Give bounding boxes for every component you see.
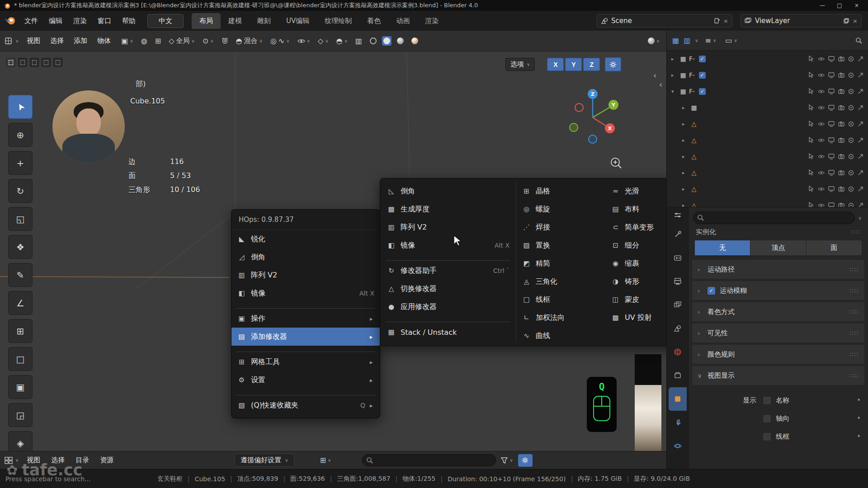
workspace-tab[interactable]: 纹理绘制 — [317, 13, 359, 29]
collapse-panel-icon[interactable]: ‹ — [653, 70, 656, 80]
outliner-row[interactable]: ▸ ▦ — [667, 99, 868, 116]
hops-menu-item[interactable]: ⊞ 网格工具 ▸ — [231, 353, 380, 371]
hide-eye-icon[interactable] — [818, 170, 825, 175]
holdout-icon[interactable] — [848, 72, 854, 78]
disable-viewport-icon[interactable] — [828, 186, 835, 192]
tool-button[interactable]: ✎ — [8, 263, 33, 287]
submenu-item[interactable]: ◬ 三角化 — [516, 272, 605, 291]
tool-button[interactable]: ⊞ — [8, 319, 33, 343]
property-section-header[interactable]: › 着色方式 ∷∷ — [692, 302, 864, 321]
close-button[interactable]: × — [849, 1, 864, 10]
select-mode-invert[interactable] — [42, 58, 51, 67]
tab-scene[interactable] — [669, 317, 687, 340]
tool-button[interactable]: ➤ — [8, 95, 33, 119]
property-section-header[interactable]: › 运动路径 ∷∷ — [692, 260, 864, 279]
select-mode-subtract[interactable] — [30, 58, 39, 67]
animate-dot-icon[interactable]: • — [857, 414, 861, 422]
asset-menu[interactable]: 资源 — [94, 454, 119, 466]
disable-render-camera-icon[interactable] — [838, 72, 844, 78]
matcap-dropdown[interactable]: ∨ — [646, 36, 662, 46]
workspace-tab[interactable]: 渲染 — [417, 13, 446, 29]
tab-viewlayer[interactable] — [669, 293, 687, 317]
submenu-item[interactable]: ▩ UV 投射 — [605, 309, 666, 327]
animate-dot-icon[interactable]: • — [857, 396, 861, 404]
holdout-icon[interactable] — [848, 154, 854, 160]
tool-button[interactable]: ⊕ — [8, 123, 33, 147]
submenu-item[interactable]: ◩ 精简 — [516, 254, 605, 272]
blender-menu-icon[interactable] — [5, 16, 16, 26]
submenu-item[interactable]: ≈ 光滑 — [605, 182, 666, 200]
disable-render-camera-icon[interactable] — [838, 105, 844, 110]
submenu-item[interactable]: ▦ Stack / Unstack — [381, 323, 515, 341]
disable-viewport-icon[interactable] — [828, 89, 835, 94]
disable-viewport-icon[interactable] — [828, 154, 835, 160]
option-checkbox[interactable] — [763, 396, 771, 405]
submenu-item[interactable]: ↻ 修改器助手 Ctrl ` — [381, 262, 515, 280]
holdout-icon[interactable] — [848, 121, 854, 127]
gizmos-dropdown[interactable]: ◇∨ — [316, 36, 331, 47]
collapse-panel-icon-2[interactable]: ‹ — [659, 80, 662, 89]
outliner-row[interactable]: ▸ △ — [667, 197, 868, 207]
menubar-menu[interactable]: 帮助 — [117, 14, 141, 28]
hops-menu-item[interactable] — [236, 390, 375, 395]
language-button[interactable]: 中文 — [147, 14, 184, 28]
search-icon[interactable] — [855, 37, 863, 44]
axis-constraint-button[interactable]: Y — [565, 58, 582, 71]
hide-eye-icon[interactable] — [818, 89, 825, 94]
disable-viewport-icon[interactable] — [828, 121, 835, 127]
hops-menu-item[interactable]: ◣ 锐化 — [231, 230, 380, 248]
selectable-icon[interactable] — [808, 121, 814, 127]
tool-button[interactable]: ◈ — [8, 431, 33, 451]
unlink-scene-icon[interactable]: × — [723, 18, 728, 24]
disable-viewport-icon[interactable] — [828, 202, 835, 207]
indirect-only-icon[interactable] — [858, 89, 863, 94]
indirect-only-icon[interactable] — [858, 72, 863, 78]
expand-caret-icon[interactable]: ▸ — [682, 105, 689, 111]
holdout-icon[interactable] — [848, 105, 854, 111]
hide-eye-icon[interactable] — [818, 73, 825, 78]
proportional-edit-button[interactable]: ◎∿∨ — [268, 36, 292, 47]
disable-viewport-icon[interactable] — [828, 56, 835, 62]
menubar-menu[interactable]: 编辑 — [43, 14, 68, 28]
drag-handle-icon[interactable]: ∷∷ — [849, 330, 859, 337]
chevron-down-icon[interactable]: ∨ — [695, 38, 698, 43]
asset-search-input[interactable] — [362, 454, 496, 466]
filter-dropdown[interactable]: ∨ — [499, 455, 515, 465]
tool-button[interactable]: ◱ — [8, 207, 33, 231]
property-section-header[interactable]: › 可见性 ∷∷ — [692, 324, 864, 343]
selectable-icon[interactable] — [808, 137, 814, 143]
hide-eye-icon[interactable] — [818, 138, 825, 143]
submenu-item[interactable]: ⊡ 细分 — [605, 236, 666, 254]
submenu-item[interactable]: △ 切换修改器 — [381, 280, 515, 298]
option-checkbox[interactable] — [763, 432, 771, 441]
expand-caret-icon[interactable]: ▸ — [682, 137, 689, 143]
indirect-only-icon[interactable] — [858, 121, 863, 127]
selectable-icon[interactable] — [808, 56, 814, 62]
indirect-only-icon[interactable] — [858, 137, 863, 143]
expand-caret-icon[interactable]: ▸ — [682, 121, 689, 127]
select-mode-new[interactable] — [6, 58, 15, 67]
disable-render-camera-icon[interactable] — [838, 170, 844, 175]
expand-caret-icon[interactable]: ▸ — [682, 154, 689, 160]
option-checkbox[interactable] — [763, 414, 771, 423]
menubar-menu[interactable]: 文件 — [19, 14, 43, 28]
asset-preview-thumbnail[interactable] — [635, 354, 661, 451]
tool-button[interactable]: ↻ — [8, 179, 33, 203]
hops-menu-item[interactable]: ◿ 倒角 — [231, 248, 380, 266]
xray-toggle[interactable]: ▥ — [353, 36, 364, 47]
shading-wireframe-button[interactable] — [368, 36, 379, 46]
menubar-menu[interactable]: 渲染 — [68, 14, 92, 28]
shading-solid-button[interactable] — [382, 36, 392, 46]
remove-viewlayer-icon[interactable]: × — [853, 18, 858, 24]
zoom-icon[interactable] — [609, 155, 625, 172]
hops-menu-item[interactable]: ⚙ 设置 ▸ — [231, 371, 380, 389]
workspace-tab[interactable]: 雕刻 — [250, 13, 278, 29]
tab-physics[interactable] — [669, 434, 687, 458]
tab-collection[interactable] — [669, 364, 687, 387]
snap-box-button[interactable]: ⊞ — [153, 36, 163, 47]
submenu-item[interactable]: ⋰ 焊接 — [516, 218, 605, 236]
asset-settings-gear-button[interactable] — [518, 454, 533, 467]
tool-button[interactable]: + — [8, 151, 33, 175]
expand-caret-icon[interactable]: ▾ — [671, 89, 679, 94]
expand-caret-icon[interactable]: ▸ — [671, 56, 679, 62]
